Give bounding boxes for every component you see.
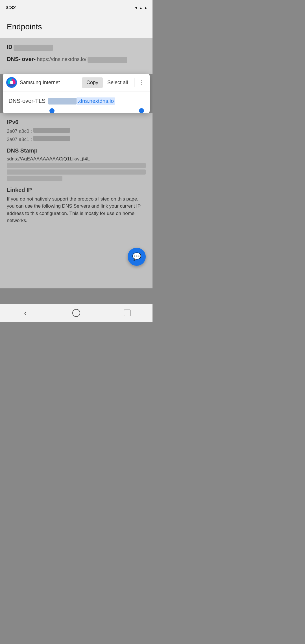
fab-button[interactable]: 💬 xyxy=(128,248,146,266)
selection-handle-right xyxy=(139,108,144,113)
samsung-icon-inner xyxy=(8,79,16,86)
popup-divider xyxy=(134,78,134,87)
popup-toolbar: Samsung Internet Copy Select all ⋮ xyxy=(3,74,150,92)
lower-content: IPv6 2a07:a8c0:: 2a07:a8c1:: DNS Stamp s… xyxy=(0,113,152,288)
recents-icon xyxy=(124,310,130,316)
ipv6-value2-blurred xyxy=(33,136,70,141)
id-value-blurred xyxy=(14,45,53,51)
dns-label: DNS- xyxy=(7,56,21,62)
select-all-button[interactable]: Select all xyxy=(103,77,132,88)
nav-back-button[interactable]: ‹ xyxy=(18,306,32,320)
nav-bar: ‹ xyxy=(0,304,152,322)
dns-field-row: DNS- over- https://dns.nextdns.io/ xyxy=(7,56,146,63)
signal-icon: ▲ xyxy=(139,6,143,10)
id-label: ID xyxy=(7,44,12,50)
copy-button[interactable]: Copy xyxy=(82,77,103,88)
more-icon: ⋮ xyxy=(138,79,144,86)
back-icon: ‹ xyxy=(24,308,27,317)
dns-value: https://dns.nextdns.io/ xyxy=(37,56,86,62)
home-icon xyxy=(72,309,80,317)
status-icons: ▾ ▲ ● xyxy=(135,6,147,10)
samsung-internet-icon xyxy=(6,77,17,88)
lock-icon: ● xyxy=(145,6,147,10)
status-bar: 3:32 ▾ ▲ ● xyxy=(0,0,152,16)
dns-stamp-line2 xyxy=(7,169,146,175)
selected-text-row: DNS-over-TLS .dns.nextdns.io xyxy=(3,92,150,113)
dns-stamp-line1 xyxy=(7,163,146,168)
nav-recents-button[interactable] xyxy=(120,306,134,320)
ipv6-value2: 2a07:a8c1:: xyxy=(7,136,146,142)
dns-stamp-value: sdns://AgEAAAAAAAAACjQ1LjkwLjI4L xyxy=(7,156,146,162)
popup-app-info: Samsung Internet xyxy=(6,77,82,88)
wifi-icon: ▾ xyxy=(135,6,137,10)
dns-stamp-field-row: DNS Stamp sdns://AgEAAAAAAAAACjQ1LjkwLjI… xyxy=(7,147,146,181)
selection-popup: Samsung Internet Copy Select all ⋮ DNS-o… xyxy=(3,74,150,113)
selection-handle-left xyxy=(49,108,55,113)
ipv6-label: IPv6 xyxy=(7,119,146,125)
dns-stamp-line3 xyxy=(7,176,62,181)
linked-ip-label: Linked IP xyxy=(7,187,146,193)
fab-icon: 💬 xyxy=(132,252,141,261)
ipv6-field-row: IPv6 2a07:a8c0:: 2a07:a8c1:: xyxy=(7,119,146,142)
more-options-button[interactable]: ⋮ xyxy=(136,77,146,88)
nav-home-button[interactable] xyxy=(69,306,83,320)
dns-sub-label: over- xyxy=(22,56,36,62)
dns-over-tls-label: DNS-over-TLS xyxy=(8,98,45,104)
selected-text-value: .dns.nextdns.io xyxy=(48,97,144,105)
linked-ip-description: If you do not natively support the proto… xyxy=(7,195,146,224)
ipv6-value1-blurred xyxy=(33,128,70,133)
dns-stamp-label: DNS Stamp xyxy=(7,147,146,154)
app-header: Endpoints xyxy=(0,16,152,38)
popup-app-name: Samsung Internet xyxy=(20,80,60,86)
page-content-background: ID DNS- over- https://dns.nextdns.io/ xyxy=(0,38,152,74)
selected-clear-part: .dns.nextdns.io xyxy=(77,97,115,105)
status-time: 3:32 xyxy=(6,5,16,11)
ipv6-value1: 2a07:a8c0:: xyxy=(7,128,146,134)
linked-ip-section: Linked IP If you do not natively support… xyxy=(7,187,146,224)
dns-value-blurred xyxy=(88,57,127,63)
selected-blurred-part xyxy=(48,98,77,105)
page-title: Endpoints xyxy=(7,22,42,31)
id-field-row: ID xyxy=(7,44,146,51)
